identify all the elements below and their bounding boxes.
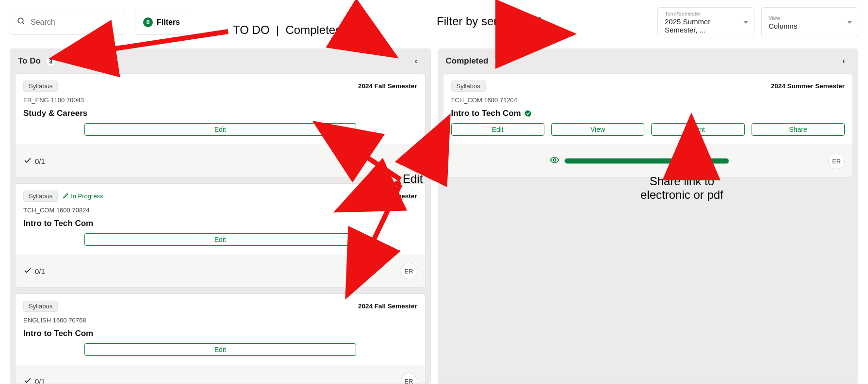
todo-column-count: 3 <box>46 56 56 66</box>
course-code: FR_ENG 1100 70043 <box>23 96 417 104</box>
course-code: ENGLISH 1600 70768 <box>23 317 417 324</box>
completed-column-title: Completed <box>446 56 489 66</box>
progress-text: 0/1 <box>35 267 45 275</box>
syllabus-pill: Syllabus <box>23 80 58 92</box>
syllabus-card: Syllabus 2024 Fall Semester FR_ENG 1100 … <box>15 73 426 177</box>
er-avatar[interactable]: ER <box>401 373 417 384</box>
syllabus-card: Syllabus In Progress 2024 Fall Semester … <box>15 183 426 288</box>
filters-label: Filters <box>157 18 180 27</box>
completed-column-header: Completed 1 ‹ <box>438 49 858 73</box>
search-icon <box>17 17 26 28</box>
er-avatar[interactable]: ER <box>401 153 417 169</box>
verified-icon <box>524 110 532 117</box>
course-title: Study & Careers <box>23 109 417 118</box>
in-progress-badge: In Progress <box>63 192 103 200</box>
search-box[interactable] <box>10 10 126 35</box>
semester-label: 2024 Fall Semester <box>358 82 417 90</box>
course-title: Intro to Tech Com <box>23 219 417 228</box>
completed-column-count: 1 <box>493 56 504 66</box>
progress-text: 0/1 <box>35 157 45 165</box>
view-dropdown[interactable]: View Columns <box>761 7 858 37</box>
svg-point-2 <box>554 159 556 161</box>
edit-button[interactable]: Edit <box>451 123 544 136</box>
semester-label: 2024 Fall Semester <box>358 192 417 200</box>
top-toolbar: 0 Filters Term/Semester 2025 Summer Seme… <box>10 10 858 35</box>
filters-button[interactable]: 0 Filters <box>135 10 188 35</box>
er-avatar[interactable]: ER <box>828 153 845 169</box>
svg-line-1 <box>22 22 24 24</box>
progress-count: 0/1 <box>23 376 45 384</box>
progress-count: 0/1 <box>23 156 45 166</box>
syllabus-card: Syllabus 2024 Fall Semester ENGLISH 1600… <box>15 293 426 384</box>
share-button[interactable]: Share <box>752 123 845 136</box>
edit-button[interactable]: Edit <box>84 343 356 356</box>
progress-bar <box>564 158 729 164</box>
search-input[interactable] <box>31 18 119 27</box>
course-code: TCH_COM 1600 71204 <box>451 96 845 104</box>
todo-column-body: Syllabus 2024 Fall Semester FR_ENG 1100 … <box>10 73 430 384</box>
chevron-down-icon <box>743 21 748 24</box>
check-icon <box>23 156 32 166</box>
check-icon <box>23 266 32 276</box>
er-avatar[interactable]: ER <box>401 263 417 279</box>
chevron-down-icon <box>847 21 852 24</box>
completed-column: Completed 1 ‹ Syllabus 2024 Summer Semes… <box>438 48 859 384</box>
term-dropdown-value: 2025 Summer Semester, ... <box>665 17 737 34</box>
visibility-progress <box>451 155 829 167</box>
view-dropdown-value: Columns <box>769 22 840 30</box>
progress-count: 0/1 <box>23 266 45 276</box>
view-dropdown-label: View <box>769 15 840 21</box>
progress-text: 0/1 <box>35 377 45 384</box>
in-progress-text: In Progress <box>71 192 103 200</box>
todo-column: To Do 3 ‹ Syllabus 2024 Fall Semester FR… <box>10 48 431 384</box>
semester-label: 2024 Fall Semester <box>358 303 417 310</box>
course-code: TCH_COM 1600 70824 <box>23 207 417 214</box>
view-button[interactable]: View <box>551 123 644 136</box>
term-semester-dropdown[interactable]: Term/Semester 2025 Summer Semester, ... <box>657 7 754 37</box>
course-title: Intro to Tech Com <box>451 109 845 118</box>
svg-point-0 <box>18 18 23 23</box>
syllabus-pill: Syllabus <box>451 80 486 92</box>
todo-column-header: To Do 3 ‹ <box>10 49 430 73</box>
columns-container: To Do 3 ‹ Syllabus 2024 Fall Semester FR… <box>10 48 858 384</box>
syllabus-pill: Syllabus <box>23 191 58 202</box>
semester-label: 2024 Summer Semester <box>771 82 845 90</box>
progress-fill <box>565 159 729 163</box>
collapse-completed-icon[interactable]: ‹ <box>837 55 850 67</box>
eye-icon <box>550 155 559 167</box>
completed-column-body: Syllabus 2024 Summer Semester TCH_COM 16… <box>438 73 858 184</box>
print-button[interactable]: Print <box>651 123 744 136</box>
course-title: Intro to Tech Com <box>23 329 417 338</box>
filters-count-badge: 0 <box>143 17 153 27</box>
todo-column-title: To Do <box>18 56 41 66</box>
course-title-text: Intro to Tech Com <box>451 109 521 118</box>
syllabus-card: Syllabus 2024 Summer Semester TCH_COM 16… <box>443 73 853 177</box>
syllabus-pill: Syllabus <box>23 301 58 312</box>
edit-button[interactable]: Edit <box>84 123 356 136</box>
pencil-icon <box>63 192 69 200</box>
collapse-todo-icon[interactable]: ‹ <box>410 55 423 67</box>
check-icon <box>23 376 32 384</box>
term-dropdown-label: Term/Semester <box>665 11 737 16</box>
edit-button[interactable]: Edit <box>84 233 356 246</box>
